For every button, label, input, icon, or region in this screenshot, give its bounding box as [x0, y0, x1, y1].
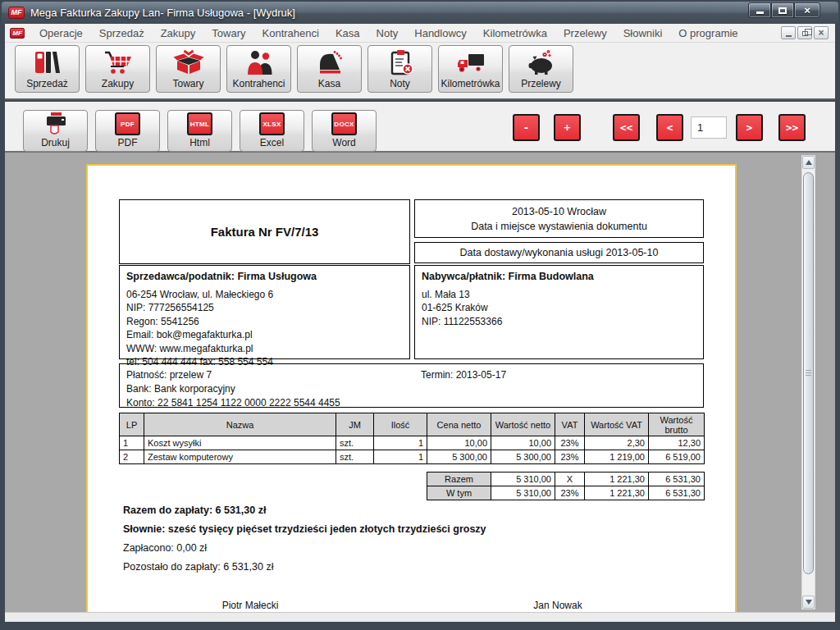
word-button[interactable]: DOCX Word — [312, 110, 377, 152]
payment-bank: Bank: Bank korporacyjny — [126, 382, 696, 396]
status-bar — [5, 612, 835, 622]
invoice-items-table: LP Nazwa JM Ilość Cena netto Wartość net… — [119, 413, 705, 464]
close-button[interactable]: × — [794, 2, 820, 18]
menu-operacje[interactable]: Operacje — [31, 25, 91, 42]
mdi-minimize-button[interactable] — [781, 26, 796, 39]
buyer-line: 01-625 Kraków — [422, 301, 696, 315]
toolbar-button-label: Drukuj — [41, 136, 70, 149]
table-header-row: LP Nazwa JM Ilość Cena netto Wartość net… — [120, 413, 705, 436]
menu-zakupy[interactable]: Zakupy — [153, 25, 204, 42]
pdf-file-icon: PDF — [115, 112, 140, 135]
menu-kontrahenci[interactable]: Kontrahenci — [254, 25, 327, 42]
scroll-up-button[interactable] — [802, 156, 815, 169]
noty-button[interactable]: Noty — [368, 45, 432, 93]
cash-register-icon — [314, 48, 345, 77]
mdi-close-button[interactable]: × — [814, 26, 829, 39]
open-box-icon — [173, 48, 204, 77]
docx-file-icon: DOCX — [331, 112, 357, 135]
mdi-restore-icon — [802, 31, 808, 36]
seller-box: Sprzedawca/podatnik: Firma Usługowa 06-2… — [119, 265, 410, 359]
printer-icon — [41, 112, 71, 136]
col-header: Ilość — [374, 413, 427, 436]
title-bar: MF Mega Fakturka Zakupy Lan- Firma Usług… — [2, 2, 838, 24]
table-row: 2 Zestaw komputerowy szt. 1 5 300,00 5 3… — [120, 450, 705, 464]
zoom-out-button[interactable]: - — [513, 114, 540, 141]
last-page-button[interactable]: >> — [778, 114, 806, 141]
kontrahenci-button[interactable]: Kontrahenci — [226, 45, 291, 93]
col-header: Nazwa — [144, 413, 336, 436]
mdi-window-controls: × — [781, 26, 829, 39]
truck-icon — [454, 48, 487, 77]
menu-o-programie[interactable]: O programie — [670, 25, 746, 42]
menu-towary[interactable]: Towary — [203, 25, 253, 42]
menu-slowniki[interactable]: Słowniki — [615, 25, 671, 42]
cell-jm: szt. — [336, 436, 374, 450]
sprzedaz-button[interactable]: Sprzedaż — [15, 45, 80, 93]
scroll-down-button[interactable] — [802, 596, 815, 609]
toolbar-button-label: Html — [189, 136, 210, 149]
summary-netto: 5 310,00 — [491, 472, 555, 486]
minimize-icon — [756, 11, 764, 14]
cell-wartosc-netto: 10,00 — [491, 436, 555, 450]
summary-row: W tym 5 310,00 23% 1 221,30 6 531,30 — [427, 486, 705, 500]
col-header: LP — [120, 413, 144, 436]
amount-in-words-line: Słownie: sześć tysięcy pięćset trzydzieś… — [123, 523, 486, 535]
toolbar-button-label: Kasa — [318, 77, 340, 90]
binders-icon — [33, 48, 62, 77]
pdf-button[interactable]: PDF PDF — [95, 110, 160, 152]
prev-page-button[interactable]: < — [656, 114, 683, 141]
toolbar-button-label: Sprzedaż — [26, 77, 68, 90]
menu-noty[interactable]: Noty — [368, 25, 407, 42]
kilometrowka-button[interactable]: Kilometrówka — [438, 45, 503, 93]
print-preview-area: Faktura Nr FV/7/13 2013-05-10 Wrocław Da… — [5, 153, 835, 612]
arrow-down-icon — [806, 600, 812, 605]
next-page-button[interactable]: > — [736, 114, 763, 141]
seller-line: Email: bok@megafakturka.pl — [126, 328, 403, 342]
zoom-in-button[interactable]: + — [554, 114, 581, 141]
seller-line: 06-254 Wrocław, ul. Małeckiego 6 — [126, 288, 403, 302]
signature-left: Piotr Małecki — [168, 600, 332, 611]
minimize-button[interactable] — [748, 2, 771, 18]
window-controls: × — [748, 2, 820, 18]
signature-right: Jan Nowak — [476, 600, 640, 611]
people-icon — [244, 48, 274, 77]
menu-kilometrowka[interactable]: Kilometrówka — [475, 25, 555, 42]
maximize-button[interactable] — [771, 2, 794, 18]
vertical-scrollbar[interactable] — [801, 155, 815, 609]
summary-netto: 5 310,00 — [491, 486, 555, 500]
col-header: Wartość brutto — [649, 413, 705, 436]
przelewy-button[interactable]: Przelewy — [509, 45, 573, 93]
page-number-input[interactable] — [691, 116, 727, 139]
cell-ilosc: 1 — [374, 436, 427, 450]
scrollbar-thumb[interactable] — [803, 172, 814, 574]
print-toolbar: Drukuj PDF PDF HTML Html XLSX Excel DOCX… — [5, 102, 835, 153]
toolbar-button-label: Kilometrówka — [441, 77, 500, 90]
xlsx-file-icon: XLSX — [259, 112, 285, 135]
col-header: Wartość VAT — [585, 413, 649, 436]
seller-header: Sprzedawca/podatnik: Firma Usługowa — [126, 270, 403, 284]
mdi-restore-button[interactable] — [797, 26, 812, 39]
html-button[interactable]: HTML Html — [167, 110, 232, 152]
issue-date: 2013-05-10 Wrocław — [415, 204, 703, 219]
drukuj-button[interactable]: Drukuj — [23, 110, 88, 152]
menu-handlowcy[interactable]: Handlowcy — [406, 25, 475, 42]
towary-button[interactable]: Towary — [156, 45, 221, 93]
total-due-line: Razem do zapłaty: 6 531,30 zł — [123, 504, 266, 516]
issue-date-box: 2013-05-10 Wrocław Data i miejsce wystaw… — [414, 199, 704, 238]
menu-przelewy[interactable]: Przelewy — [555, 25, 615, 42]
excel-button[interactable]: XLSX Excel — [240, 110, 304, 152]
menu-kasa[interactable]: Kasa — [327, 25, 368, 42]
summary-vat: 1 221,30 — [585, 486, 649, 500]
payment-term: Termin: 2013-05-17 — [421, 368, 506, 382]
menu-sprzedaz[interactable]: Sprzedaż — [91, 25, 153, 42]
first-page-button[interactable]: << — [613, 114, 640, 141]
zakupy-button[interactable]: Zakupy — [85, 45, 150, 93]
kasa-button[interactable]: Kasa — [297, 45, 362, 93]
paid-line: Zapłacono: 0,00 zł — [123, 542, 207, 554]
mdi-minimize-icon — [786, 35, 792, 37]
delivery-date-box: Data dostawy/wykonania usługi 2013-05-10 — [414, 242, 704, 263]
cell-cena-netto: 5 300,00 — [427, 450, 491, 464]
summary-brutto: 6 531,30 — [649, 486, 705, 500]
cell-wartosc-brutto: 12,30 — [649, 436, 705, 450]
buyer-line: ul. Mała 13 — [422, 288, 696, 302]
